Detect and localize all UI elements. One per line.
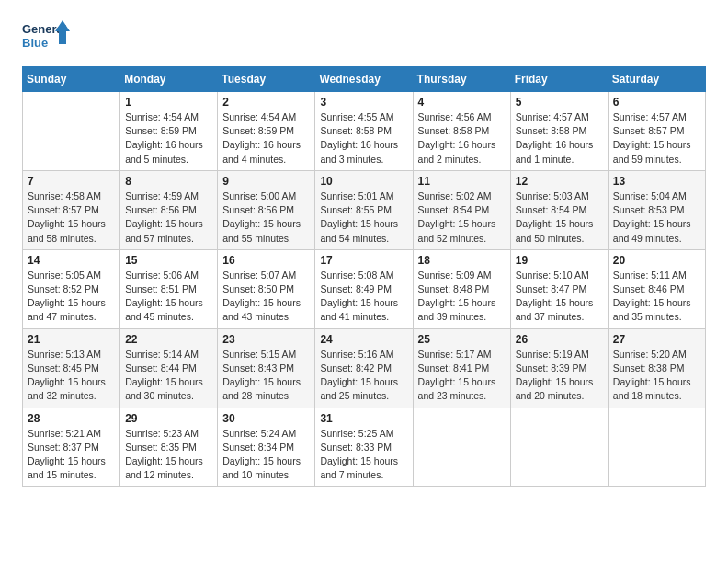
day-info: Sunrise: 5:25 AM Sunset: 8:33 PM Dayligh… (320, 427, 407, 483)
day-info: Sunrise: 5:00 AM Sunset: 8:56 PM Dayligh… (222, 190, 310, 246)
calendar-cell: 29Sunrise: 5:23 AM Sunset: 8:35 PM Dayli… (120, 408, 218, 487)
calendar-cell: 8Sunrise: 4:59 AM Sunset: 8:56 PM Daylig… (120, 170, 218, 249)
day-number: 31 (320, 412, 407, 425)
day-number: 10 (320, 175, 407, 188)
logo-svg: General Blue (22, 18, 70, 59)
day-number: 18 (418, 254, 506, 267)
calendar-week-row: 21Sunrise: 5:13 AM Sunset: 8:45 PM Dayli… (23, 328, 706, 408)
day-info: Sunrise: 5:23 AM Sunset: 8:35 PM Dayligh… (125, 427, 212, 483)
calendar-cell: 15Sunrise: 5:06 AM Sunset: 8:51 PM Dayli… (120, 249, 218, 328)
logo: General Blue (22, 18, 70, 59)
day-info: Sunrise: 5:17 AM Sunset: 8:41 PM Dayligh… (418, 348, 506, 404)
day-number: 4 (418, 96, 506, 109)
day-info: Sunrise: 5:20 AM Sunset: 8:38 PM Dayligh… (613, 348, 700, 404)
weekday-header-thursday: Thursday (413, 67, 510, 92)
calendar-cell: 19Sunrise: 5:10 AM Sunset: 8:47 PM Dayli… (510, 249, 608, 328)
weekday-header-wednesday: Wednesday (315, 67, 413, 92)
day-info: Sunrise: 4:56 AM Sunset: 8:58 PM Dayligh… (418, 110, 506, 167)
day-number: 25 (418, 333, 506, 346)
weekday-header-row: SundayMondayTuesdayWednesdayThursdayFrid… (23, 67, 706, 92)
day-info: Sunrise: 5:06 AM Sunset: 8:51 PM Dayligh… (125, 269, 212, 325)
day-info: Sunrise: 5:24 AM Sunset: 8:34 PM Dayligh… (222, 427, 310, 483)
day-info: Sunrise: 4:57 AM Sunset: 8:58 PM Dayligh… (516, 110, 603, 167)
day-info: Sunrise: 5:03 AM Sunset: 8:54 PM Dayligh… (516, 190, 603, 246)
day-number: 28 (28, 412, 115, 425)
day-number: 16 (222, 254, 310, 267)
day-number: 3 (320, 96, 407, 109)
calendar-cell (23, 92, 120, 171)
page-header: General Blue (22, 18, 706, 59)
day-number: 23 (222, 333, 310, 346)
calendar-cell: 9Sunrise: 5:00 AM Sunset: 8:56 PM Daylig… (218, 170, 315, 249)
day-number: 26 (516, 333, 603, 346)
day-number: 21 (28, 333, 115, 346)
day-number: 6 (613, 96, 700, 109)
calendar-cell: 27Sunrise: 5:20 AM Sunset: 8:38 PM Dayli… (608, 328, 705, 408)
day-info: Sunrise: 5:13 AM Sunset: 8:45 PM Dayligh… (28, 348, 115, 404)
day-number: 1 (125, 96, 212, 109)
day-number: 22 (125, 333, 212, 346)
day-info: Sunrise: 5:09 AM Sunset: 8:48 PM Dayligh… (418, 269, 506, 325)
calendar-cell: 17Sunrise: 5:08 AM Sunset: 8:49 PM Dayli… (315, 249, 413, 328)
weekday-header-friday: Friday (510, 67, 608, 92)
day-number: 24 (320, 333, 407, 346)
day-info: Sunrise: 5:16 AM Sunset: 8:42 PM Dayligh… (320, 348, 407, 404)
day-info: Sunrise: 5:04 AM Sunset: 8:53 PM Dayligh… (613, 190, 700, 246)
day-number: 9 (222, 175, 310, 188)
day-number: 5 (516, 96, 603, 109)
calendar-cell: 30Sunrise: 5:24 AM Sunset: 8:34 PM Dayli… (218, 408, 315, 487)
calendar-cell: 25Sunrise: 5:17 AM Sunset: 8:41 PM Dayli… (413, 328, 510, 408)
calendar-cell (608, 408, 705, 487)
day-info: Sunrise: 5:21 AM Sunset: 8:37 PM Dayligh… (28, 427, 115, 483)
calendar-cell: 28Sunrise: 5:21 AM Sunset: 8:37 PM Dayli… (23, 408, 120, 487)
weekday-header-tuesday: Tuesday (218, 67, 315, 92)
day-info: Sunrise: 4:54 AM Sunset: 8:59 PM Dayligh… (222, 110, 310, 167)
weekday-header-sunday: Sunday (23, 67, 120, 92)
weekday-header-saturday: Saturday (608, 67, 705, 92)
calendar-cell: 11Sunrise: 5:02 AM Sunset: 8:54 PM Dayli… (413, 170, 510, 249)
day-number: 12 (516, 175, 603, 188)
day-number: 20 (613, 254, 700, 267)
calendar-week-row: 28Sunrise: 5:21 AM Sunset: 8:37 PM Dayli… (23, 408, 706, 487)
svg-text:Blue: Blue (22, 36, 48, 50)
day-info: Sunrise: 5:15 AM Sunset: 8:43 PM Dayligh… (222, 348, 310, 404)
day-number: 7 (28, 175, 115, 188)
day-info: Sunrise: 4:59 AM Sunset: 8:56 PM Dayligh… (125, 190, 212, 246)
calendar-cell: 14Sunrise: 5:05 AM Sunset: 8:52 PM Dayli… (23, 249, 120, 328)
calendar-cell: 13Sunrise: 5:04 AM Sunset: 8:53 PM Dayli… (608, 170, 705, 249)
calendar-cell: 26Sunrise: 5:19 AM Sunset: 8:39 PM Dayli… (510, 328, 608, 408)
day-info: Sunrise: 4:55 AM Sunset: 8:58 PM Dayligh… (320, 110, 407, 167)
calendar-cell (413, 408, 510, 487)
day-info: Sunrise: 5:11 AM Sunset: 8:46 PM Dayligh… (613, 269, 700, 325)
calendar-week-row: 1Sunrise: 4:54 AM Sunset: 8:59 PM Daylig… (23, 92, 706, 171)
day-number: 11 (418, 175, 506, 188)
calendar-cell: 2Sunrise: 4:54 AM Sunset: 8:59 PM Daylig… (218, 92, 315, 171)
calendar-week-row: 14Sunrise: 5:05 AM Sunset: 8:52 PM Dayli… (23, 249, 706, 328)
calendar-cell: 12Sunrise: 5:03 AM Sunset: 8:54 PM Dayli… (510, 170, 608, 249)
day-info: Sunrise: 5:10 AM Sunset: 8:47 PM Dayligh… (516, 269, 603, 325)
calendar-cell: 10Sunrise: 5:01 AM Sunset: 8:55 PM Dayli… (315, 170, 413, 249)
day-number: 19 (516, 254, 603, 267)
calendar-cell: 3Sunrise: 4:55 AM Sunset: 8:58 PM Daylig… (315, 92, 413, 171)
calendar-cell: 22Sunrise: 5:14 AM Sunset: 8:44 PM Dayli… (120, 328, 218, 408)
calendar-cell: 21Sunrise: 5:13 AM Sunset: 8:45 PM Dayli… (23, 328, 120, 408)
day-number: 2 (222, 96, 310, 109)
day-info: Sunrise: 5:05 AM Sunset: 8:52 PM Dayligh… (28, 269, 115, 325)
calendar-cell: 31Sunrise: 5:25 AM Sunset: 8:33 PM Dayli… (315, 408, 413, 487)
calendar-cell: 18Sunrise: 5:09 AM Sunset: 8:48 PM Dayli… (413, 249, 510, 328)
day-info: Sunrise: 4:57 AM Sunset: 8:57 PM Dayligh… (613, 110, 700, 167)
calendar-cell: 7Sunrise: 4:58 AM Sunset: 8:57 PM Daylig… (23, 170, 120, 249)
day-info: Sunrise: 5:19 AM Sunset: 8:39 PM Dayligh… (516, 348, 603, 404)
calendar-cell: 23Sunrise: 5:15 AM Sunset: 8:43 PM Dayli… (218, 328, 315, 408)
calendar-cell: 16Sunrise: 5:07 AM Sunset: 8:50 PM Dayli… (218, 249, 315, 328)
weekday-header-monday: Monday (120, 67, 218, 92)
calendar-cell: 5Sunrise: 4:57 AM Sunset: 8:58 PM Daylig… (510, 92, 608, 171)
day-info: Sunrise: 5:02 AM Sunset: 8:54 PM Dayligh… (418, 190, 506, 246)
day-info: Sunrise: 5:08 AM Sunset: 8:49 PM Dayligh… (320, 269, 407, 325)
day-number: 8 (125, 175, 212, 188)
day-info: Sunrise: 4:58 AM Sunset: 8:57 PM Dayligh… (28, 190, 115, 246)
day-info: Sunrise: 5:07 AM Sunset: 8:50 PM Dayligh… (222, 269, 310, 325)
day-number: 13 (613, 175, 700, 188)
calendar-cell: 6Sunrise: 4:57 AM Sunset: 8:57 PM Daylig… (608, 92, 705, 171)
day-number: 30 (222, 412, 310, 425)
